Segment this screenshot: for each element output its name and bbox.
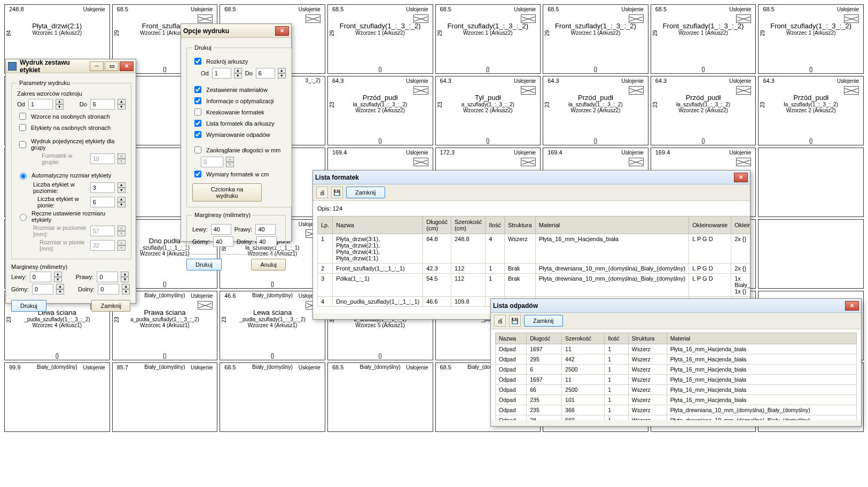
gorny-input[interactable] xyxy=(32,284,53,295)
zamknij-button[interactable]: Zamknij xyxy=(91,300,130,312)
spin-down[interactable]: ▼ xyxy=(118,188,126,193)
cross-icon xyxy=(844,14,859,23)
prawy-input[interactable] xyxy=(97,272,118,282)
opis-label: Opis: 124 xyxy=(317,205,746,212)
titlebar[interactable]: Lista odpadów ✕ xyxy=(491,299,861,313)
titlebar[interactable]: Lista formatek ✕ xyxy=(313,171,750,184)
chk-pojedyncza[interactable] xyxy=(19,141,26,148)
cross-icon xyxy=(521,158,536,166)
maximize-button[interactable]: ▭ xyxy=(105,61,119,71)
table-header[interactable]: Struktura xyxy=(628,333,667,344)
table-header[interactable]: Ilość xyxy=(605,333,629,344)
table-row[interactable]: Odpad2351011WszerzPłyta_16_mm_Hacjenda_b… xyxy=(496,395,857,405)
chk-wymiary-cm[interactable] xyxy=(194,171,201,177)
radio-reczne-rozmiar[interactable] xyxy=(20,214,27,221)
zamknij-button[interactable]: Zamknij xyxy=(524,315,563,327)
odpadow-table: NazwaDługośćSzerokośćIlośćStrukturaMater… xyxy=(495,333,857,420)
rozmiar-poziom-input xyxy=(90,226,115,236)
table-row[interactable]: Odpad1697111WszerzPłyta_16_mm_Hacjenda_b… xyxy=(496,344,857,354)
table-header[interactable]: Okleinowanie xyxy=(689,217,731,234)
table-header[interactable]: Długość (cm) xyxy=(423,217,451,234)
do-input[interactable] xyxy=(90,99,115,110)
table-header[interactable]: Okleina Długość xyxy=(731,217,750,234)
group-drukuj: Drukuj Rozkrój arkuszy Od ▲▼ Do ▲▼ Zesta… xyxy=(186,44,292,207)
save-icon[interactable]: 💾 xyxy=(331,187,343,198)
spin-down[interactable]: ▼ xyxy=(118,202,126,207)
formatek-grupie-input xyxy=(90,153,115,164)
window-print-options: Opcje wydruku ✕ Drukuj Rozkrój arkuszy O… xyxy=(181,24,292,242)
table-header[interactable]: Ilość xyxy=(486,217,505,234)
table-header[interactable]: Szerokość xyxy=(562,333,605,344)
table-row[interactable]: Odpad6625001WszerzPłyta_16_mm_Hacjenda_b… xyxy=(496,385,857,395)
table-header[interactable]: Struktura xyxy=(504,217,535,234)
spin-up[interactable]: ▲ xyxy=(118,99,126,104)
table-header[interactable]: Nazwa xyxy=(333,217,423,234)
table-row[interactable]: Odpad625001WszerzPłyta_16_mm_Hacjenda_bi… xyxy=(496,365,857,375)
spin-up[interactable]: ▲ xyxy=(118,182,126,188)
od-input[interactable] xyxy=(212,68,231,79)
window-label-set-print: Wydruk zestawu etykiet ─ ▭ ✕ Parametry w… xyxy=(5,59,136,304)
chk-lista-formatek[interactable] xyxy=(194,120,201,127)
print-icon[interactable]: 🖨 xyxy=(316,187,328,198)
table-row[interactable]: 2Front_szuflady(1_:_1_:_1)42.31121BrakPł… xyxy=(318,264,750,274)
titlebar[interactable]: Wydruk zestawu etykiet ─ ▭ ✕ xyxy=(6,59,136,73)
cross-icon xyxy=(413,86,428,95)
chk-zaokraglanie[interactable] xyxy=(194,146,201,153)
cross-icon xyxy=(413,14,428,23)
label-cell: 68.5Usłojenie 29 Front_szuflady(1_:_3_:_… xyxy=(758,4,864,74)
minimize-button[interactable]: ─ xyxy=(90,61,104,71)
lewy-input[interactable] xyxy=(211,224,231,235)
table-header[interactable]: Materiał xyxy=(667,333,856,344)
table-header[interactable]: Długość xyxy=(527,333,562,344)
table-row[interactable]: Odpad1697111WszerzPłyta_16_mm_Hacjenda_b… xyxy=(496,375,857,385)
titlebar[interactable]: Opcje wydruku ✕ xyxy=(181,24,291,38)
save-icon[interactable]: 💾 xyxy=(509,315,521,327)
close-button[interactable]: ✕ xyxy=(275,26,289,36)
group-marginesy: Marginesy (milimetry) Lewy: Prawy: Górny… xyxy=(186,212,286,254)
spin-down: ▼ xyxy=(118,159,126,164)
radio-auto-rozmiar[interactable] xyxy=(20,173,27,180)
spin-down[interactable]: ▼ xyxy=(56,104,64,110)
dolny-input[interactable] xyxy=(98,284,119,295)
liczba-poziom-input[interactable] xyxy=(90,182,115,193)
close-button[interactable]: ✕ xyxy=(120,61,134,71)
table-header[interactable]: Szerokość (cm) xyxy=(451,217,486,234)
od-input[interactable] xyxy=(28,99,53,110)
prawy-input[interactable] xyxy=(255,224,276,235)
table-row[interactable]: 1Płyta_drzwi(3:1), Płyta_drzwi(2:1), Pły… xyxy=(318,234,750,264)
anuluj-button[interactable]: Anuluj xyxy=(251,259,286,270)
table-header[interactable]: Nazwa xyxy=(496,333,527,344)
drukuj-button[interactable]: Drukuj xyxy=(11,300,46,312)
liczba-pion-input[interactable] xyxy=(90,197,115,207)
table-row[interactable]: Odpad2954421WszerzPłyta_16_mm_Hacjenda_b… xyxy=(496,354,857,365)
chk-etykiety-osobne[interactable] xyxy=(19,124,26,131)
chk-zestawienie[interactable] xyxy=(194,86,201,93)
chk-informacje[interactable] xyxy=(194,97,201,104)
cross-icon xyxy=(736,158,751,166)
dolny-input[interactable] xyxy=(256,236,277,247)
table-row[interactable]: Odpad2353681WszerzPłyta_drewniana_10_mm_… xyxy=(496,405,857,415)
chk-rozkroj[interactable] xyxy=(194,58,201,65)
spin-up[interactable]: ▲ xyxy=(56,99,64,104)
table-header[interactable]: Lp. xyxy=(318,217,333,234)
label-cell xyxy=(758,148,864,217)
chk-wzorce-osobne[interactable] xyxy=(19,113,26,120)
spin-down[interactable]: ▼ xyxy=(118,104,126,110)
gorny-input[interactable] xyxy=(213,236,233,247)
print-icon[interactable]: 🖨 xyxy=(494,315,506,327)
chk-kreskowanie[interactable] xyxy=(194,109,201,115)
zamknij-button[interactable]: Zamknij xyxy=(346,187,385,198)
toolbar: 🖨 💾 Zamknij xyxy=(313,184,750,201)
spin-up[interactable]: ▲ xyxy=(118,197,126,202)
close-button[interactable]: ✕ xyxy=(845,301,859,311)
chk-wymiarowanie[interactable] xyxy=(194,131,201,138)
cross-icon xyxy=(306,14,320,23)
czcionka-button[interactable]: Czcionka na wydruku xyxy=(192,183,262,202)
close-button[interactable]: ✕ xyxy=(734,173,748,182)
drukuj-button[interactable]: Drukuj xyxy=(186,259,222,270)
lewy-input[interactable] xyxy=(30,272,51,282)
table-row[interactable]: 3Półka(1_:_1)54.51121BrakPłyta_drewniana… xyxy=(318,274,750,297)
table-header[interactable]: Materiał xyxy=(535,217,689,234)
do-input[interactable] xyxy=(256,68,275,79)
table-row[interactable]: Odpad286601WszerzPłyta_drewniana_10_mm_(… xyxy=(496,415,857,421)
